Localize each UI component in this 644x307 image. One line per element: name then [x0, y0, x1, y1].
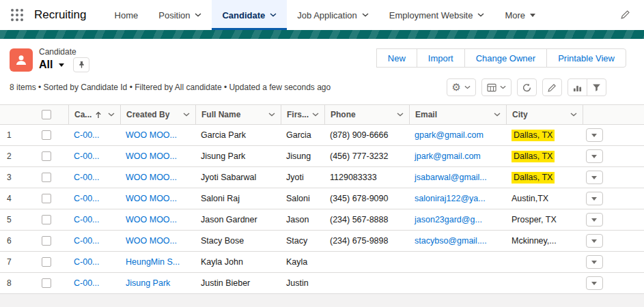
- row-checkbox[interactable]: [42, 130, 51, 140]
- list-view-header: Candidate All New Import: [0, 39, 644, 104]
- display-as-button[interactable]: [481, 78, 512, 96]
- city-value: Mckinney,...: [512, 236, 557, 246]
- candidate-id-link[interactable]: C-00...: [74, 130, 100, 140]
- row-actions-button[interactable]: [586, 255, 603, 269]
- pin-view-button[interactable]: [73, 57, 89, 72]
- row-checkbox[interactable]: [42, 173, 51, 182]
- row-number: 2: [0, 146, 25, 166]
- phone-cell: (456) 777-3232: [324, 146, 409, 166]
- table-row: 6 C-00... WOO MOO... Stacy Bose Stacy (2…: [0, 231, 644, 252]
- column-header[interactable]: Ca...: [68, 105, 120, 124]
- created-by-link[interactable]: WOO MOO...: [126, 151, 177, 161]
- row-actions-button[interactable]: [586, 192, 603, 205]
- column-header-left: Email: [415, 110, 437, 119]
- candidate-id-cell: C-00...: [68, 125, 120, 145]
- inline-edit-button[interactable]: [542, 78, 562, 96]
- row-number: 5: [0, 209, 25, 230]
- list-status-line: 8 items • Sorted by Candidate Id • Filte…: [10, 83, 331, 92]
- select-all-cell: [25, 105, 68, 124]
- charts-button[interactable]: [568, 78, 587, 96]
- candidate-id-cell: C-00...: [68, 146, 120, 166]
- filter-button[interactable]: [587, 78, 606, 96]
- nav-edit-button[interactable]: [618, 7, 633, 24]
- row-checkbox[interactable]: [42, 236, 51, 246]
- refresh-button[interactable]: [517, 78, 537, 96]
- nav-tab[interactable]: Position: [148, 0, 212, 30]
- email-link[interactable]: stacybso@gmail....: [415, 236, 487, 246]
- table-row: 7 C-00... HeungMin S... Kayla John Kayla: [0, 252, 644, 273]
- candidate-id-cell: C-00...: [68, 252, 120, 272]
- candidate-id-link[interactable]: C-00...: [74, 173, 100, 182]
- list-action-button[interactable]: Printable View: [546, 48, 626, 68]
- column-header[interactable]: Phone: [324, 105, 409, 124]
- column-header[interactable]: Full Name: [195, 105, 281, 124]
- row-number: 4: [0, 188, 25, 209]
- phone-cell: (345) 678-9090: [324, 188, 409, 209]
- created-by-link[interactable]: WOO MOO...: [126, 130, 177, 140]
- candidate-id-link[interactable]: C-00...: [74, 236, 100, 246]
- select-all-checkbox[interactable]: [42, 110, 51, 119]
- nav-tab[interactable]: Employment Website: [379, 0, 495, 30]
- created-by-link[interactable]: HeungMin S...: [126, 257, 180, 267]
- email-cell: [409, 252, 506, 272]
- email-link[interactable]: jpark@gmail.com: [415, 151, 481, 161]
- row-actions-button[interactable]: [586, 213, 603, 226]
- list-action-button[interactable]: Change Owner: [464, 48, 547, 68]
- chevron-down-icon: [195, 13, 201, 17]
- list-settings-button[interactable]: ⚙: [447, 78, 476, 96]
- candidate-id-link[interactable]: C-00...: [74, 257, 100, 267]
- nav-tab[interactable]: Home: [104, 0, 149, 30]
- row-actions-button[interactable]: [586, 234, 603, 248]
- row-checkbox-cell: [25, 188, 68, 209]
- list-action-button[interactable]: New: [376, 48, 417, 68]
- created-by-link[interactable]: WOO MOO...: [126, 215, 177, 224]
- full-name-cell: Jisung Park: [195, 146, 281, 166]
- candidate-id-cell: C-00...: [68, 209, 120, 230]
- row-actions-button[interactable]: [586, 149, 603, 163]
- table-row: 8 C-00... Jisung Park Justin Bieber Just…: [0, 273, 644, 294]
- first-name-cell: Stacy: [281, 231, 324, 251]
- row-checkbox[interactable]: [42, 151, 51, 161]
- candidate-id-link[interactable]: C-00...: [74, 151, 100, 161]
- email-link[interactable]: gpark@gmail.com: [415, 130, 484, 140]
- row-checkbox[interactable]: [42, 215, 51, 224]
- view-selector-button[interactable]: [57, 62, 66, 68]
- created-by-link[interactable]: WOO MOO...: [126, 194, 177, 203]
- app-launcher-icon[interactable]: [11, 9, 23, 21]
- column-header-label: Email: [415, 110, 437, 119]
- table-icon: [487, 83, 496, 92]
- row-actions-button[interactable]: [586, 128, 603, 142]
- email-cell: jpark@gmail.com: [409, 146, 506, 166]
- column-header[interactable]: City: [506, 105, 583, 124]
- entity-text: Candidate All: [39, 47, 89, 72]
- candidate-id-link[interactable]: C-00...: [74, 278, 100, 288]
- email-link[interactable]: jason23gard@g...: [415, 215, 482, 224]
- email-cell: saloniraj122@ya...: [409, 188, 506, 209]
- column-header[interactable]: Email: [409, 105, 506, 124]
- row-checkbox[interactable]: [42, 257, 51, 267]
- column-header[interactable]: Firs...: [281, 105, 324, 124]
- column-header[interactable]: Created By: [120, 105, 195, 124]
- column-header-label: Full Name: [201, 110, 240, 119]
- full-name-cell: Justin Bieber: [195, 273, 281, 293]
- email-link[interactable]: jsabarwal@gmail...: [415, 173, 487, 182]
- city-value: Dallas, TX: [512, 172, 555, 184]
- nav-tab-label: Job Application: [297, 10, 356, 20]
- email-link[interactable]: saloniraj122@ya...: [415, 194, 486, 203]
- nav-tab[interactable]: More: [494, 0, 546, 30]
- row-checkbox[interactable]: [42, 194, 51, 203]
- row-checkbox[interactable]: [42, 278, 51, 288]
- candidate-id-cell: C-00...: [68, 231, 120, 251]
- city-cell: Austin,TX: [506, 188, 583, 209]
- candidate-id-link[interactable]: C-00...: [74, 215, 100, 224]
- nav-tab[interactable]: Job Application: [287, 0, 378, 30]
- row-number: 8: [0, 273, 25, 293]
- candidate-id-link[interactable]: C-00...: [74, 194, 100, 203]
- created-by-link[interactable]: Jisung Park: [126, 278, 170, 288]
- nav-tab[interactable]: Candidate: [212, 0, 287, 30]
- created-by-link[interactable]: WOO MOO...: [126, 173, 177, 182]
- row-actions-button[interactable]: [586, 276, 603, 290]
- list-action-button[interactable]: Import: [417, 48, 465, 68]
- row-actions-button[interactable]: [586, 171, 603, 184]
- created-by-link[interactable]: WOO MOO...: [126, 236, 177, 246]
